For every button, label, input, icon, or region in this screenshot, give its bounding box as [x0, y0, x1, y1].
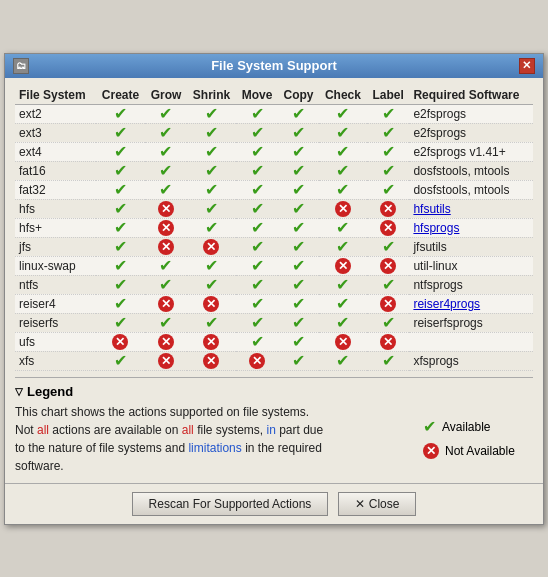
software-link[interactable]: reiser4progs [413, 297, 480, 311]
table-row: fat16✔✔✔✔✔✔✔dosfstools, mtools [15, 161, 533, 180]
check-icon: ✔ [205, 315, 218, 331]
check-icon: ✔ [382, 163, 395, 179]
shrink-cell: ✔ [187, 313, 236, 332]
move-cell: ✔ [236, 104, 278, 123]
check-icon: ✔ [292, 258, 305, 274]
table-row: ext2✔✔✔✔✔✔✔e2fsprogs [15, 104, 533, 123]
copy-cell: ✔ [278, 218, 319, 237]
move-cell: ✔ [236, 237, 278, 256]
col-header-check: Check [319, 86, 367, 105]
create-cell: ✔ [96, 313, 145, 332]
legend-available-label: Available [442, 420, 490, 434]
check-icon: ✔ [292, 201, 305, 217]
check-cell: ✔ [319, 313, 367, 332]
cross-icon: ✕ [249, 353, 265, 369]
grow-cell: ✕ [145, 351, 187, 370]
copy-cell: ✔ [278, 123, 319, 142]
check-icon: ✔ [251, 334, 264, 350]
create-cell: ✔ [96, 142, 145, 161]
software-cell: ntfsprogs [409, 275, 533, 294]
software-link[interactable]: hfsutils [413, 202, 450, 216]
check-icon: ✔ [114, 258, 127, 274]
shrink-cell: ✔ [187, 275, 236, 294]
fs-name-cell: fat32 [15, 180, 96, 199]
check-icon: ✔ [251, 239, 264, 255]
check-icon: ✔ [336, 106, 349, 122]
table-row: hfs✔✕✔✔✔✕✕hfsutils [15, 199, 533, 218]
create-cell: ✔ [96, 123, 145, 142]
check-icon: ✔ [251, 296, 264, 312]
move-cell: ✔ [236, 180, 278, 199]
create-cell: ✔ [96, 218, 145, 237]
close-footer-button[interactable]: ✕ Close [338, 492, 416, 516]
table-row: jfs✔✕✕✔✔✔✔jfsutils [15, 237, 533, 256]
check-icon: ✔ [382, 125, 395, 141]
check-icon: ✔ [205, 182, 218, 198]
cross-icon: ✕ [158, 334, 174, 350]
legend-available-item: ✔ Available [423, 419, 533, 435]
fs-name-cell: ext3 [15, 123, 96, 142]
cross-icon: ✕ [203, 334, 219, 350]
copy-cell: ✔ [278, 180, 319, 199]
check-icon: ✔ [205, 277, 218, 293]
col-header-shrink: Shrink [187, 86, 236, 105]
close-button[interactable]: ✕ [519, 58, 535, 74]
software-cell [409, 332, 533, 351]
software-cell: dosfstools, mtools [409, 180, 533, 199]
check-icon: ✔ [114, 182, 127, 198]
table-row: ufs✕✕✕✔✔✕✕ [15, 332, 533, 351]
col-header-move: Move [236, 86, 278, 105]
copy-cell: ✔ [278, 332, 319, 351]
fs-name-cell: ext2 [15, 104, 96, 123]
table-row: linux-swap✔✔✔✔✔✕✕util-linux [15, 256, 533, 275]
legend-icons: ✔ Available ✕ Not Available [423, 403, 533, 475]
rescan-button[interactable]: Rescan For Supported Actions [132, 492, 329, 516]
check-icon: ✔ [159, 315, 172, 331]
software-cell: jfsutils [409, 237, 533, 256]
col-header-copy: Copy [278, 86, 319, 105]
software-cell: dosfstools, mtools [409, 161, 533, 180]
check-cell: ✕ [319, 199, 367, 218]
shrink-cell: ✔ [187, 256, 236, 275]
fs-name-cell: reiser4 [15, 294, 96, 313]
col-header-create: Create [96, 86, 145, 105]
grow-cell: ✔ [145, 123, 187, 142]
check-icon: ✔ [336, 315, 349, 331]
shrink-cell: ✔ [187, 123, 236, 142]
titlebar: 🗂 File System Support ✕ [5, 54, 543, 78]
col-header-software: Required Software [409, 86, 533, 105]
grow-cell: ✔ [145, 275, 187, 294]
legend-section: ▽ Legend This chart shows the actions su… [15, 377, 533, 475]
grow-cell: ✔ [145, 142, 187, 161]
check-icon: ✔ [292, 277, 305, 293]
move-cell: ✔ [236, 294, 278, 313]
check-icon: ✔ [251, 258, 264, 274]
create-cell: ✔ [96, 161, 145, 180]
software-cell: reiserfsprogs [409, 313, 533, 332]
software-cell: e2fsprogs v1.41+ [409, 142, 533, 161]
check-icon: ✔ [159, 163, 172, 179]
check-icon: ✔ [292, 296, 305, 312]
software-cell: hfsutils [409, 199, 533, 218]
check-icon: ✔ [382, 239, 395, 255]
software-link[interactable]: hfsprogs [413, 221, 459, 235]
cross-icon: ✕ [335, 258, 351, 274]
check-icon: ✔ [159, 144, 172, 160]
label-cell: ✔ [367, 180, 410, 199]
shrink-cell: ✕ [187, 351, 236, 370]
table-row: ext4✔✔✔✔✔✔✔e2fsprogs v1.41+ [15, 142, 533, 161]
check-icon: ✔ [205, 144, 218, 160]
copy-cell: ✔ [278, 161, 319, 180]
check-icon: ✔ [251, 106, 264, 122]
legend-body: This chart shows the actions supported o… [15, 403, 533, 475]
check-icon: ✔ [114, 315, 127, 331]
copy-cell: ✔ [278, 351, 319, 370]
window-title: File System Support [211, 58, 337, 73]
create-cell: ✔ [96, 237, 145, 256]
software-cell: hfsprogs [409, 218, 533, 237]
check-icon: ✔ [114, 106, 127, 122]
legend-text-line1: This chart shows the actions supported o… [15, 405, 309, 419]
table-row: fat32✔✔✔✔✔✔✔dosfstools, mtools [15, 180, 533, 199]
create-cell: ✔ [96, 275, 145, 294]
check-icon: ✔ [114, 163, 127, 179]
